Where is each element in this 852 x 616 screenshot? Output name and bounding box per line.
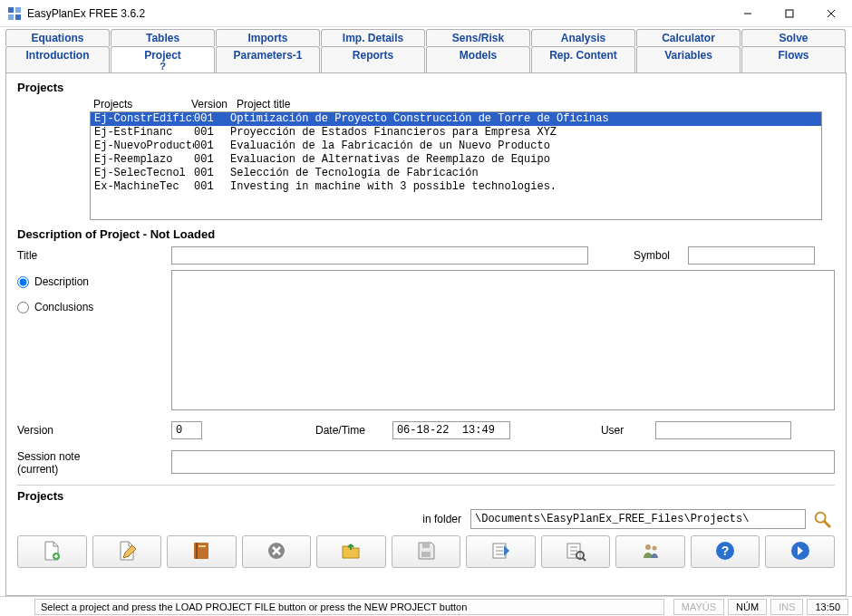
- project-version: 001: [194, 153, 230, 167]
- next-arrow-icon: [789, 540, 811, 564]
- edit-document-icon: [116, 540, 138, 564]
- svg-text:?: ?: [721, 544, 730, 558]
- tab-equations[interactable]: Equations: [5, 29, 110, 46]
- session-current-label: (current): [17, 463, 58, 476]
- projects-section-title: Projects: [17, 81, 835, 94]
- project-title: Optimización de Proyecto Construcción de…: [230, 112, 818, 126]
- version-input[interactable]: [171, 421, 202, 439]
- cancel-button[interactable]: [242, 535, 312, 568]
- svg-rect-1: [15, 7, 21, 13]
- tab-variables[interactable]: Variables: [636, 46, 741, 72]
- new-document-icon: [41, 540, 63, 564]
- title-input[interactable]: [171, 246, 588, 265]
- tab-imports[interactable]: Imports: [216, 29, 320, 46]
- help-icon: ?: [714, 540, 736, 564]
- tab-project[interactable]: Project?: [111, 46, 215, 72]
- description-textarea[interactable]: [171, 270, 835, 410]
- symbol-input[interactable]: [688, 246, 815, 265]
- browse-folder-button[interactable]: [809, 508, 835, 530]
- book-button[interactable]: [167, 535, 237, 568]
- folder-path-input[interactable]: [470, 509, 806, 529]
- user-input[interactable]: [655, 421, 791, 439]
- status-ins: INS: [770, 599, 803, 615]
- open-folder-button[interactable]: [316, 535, 386, 568]
- tab-reports[interactable]: Reports: [321, 46, 425, 72]
- project-row[interactable]: Ej-ConstrEdificio 001Optimización de Pro…: [91, 112, 821, 126]
- find-spreadsheet-icon: [565, 540, 586, 564]
- edit-document-button[interactable]: [92, 535, 162, 568]
- header-version: Version: [191, 98, 237, 111]
- svg-rect-16: [422, 544, 430, 548]
- project-title: Evaluacion de Alternativas de Reemplazo …: [230, 153, 818, 167]
- tab-introduction[interactable]: Introduction: [5, 46, 110, 72]
- users-icon: [640, 540, 662, 564]
- project-row[interactable]: Ex-MachineTec 001Investing in machine wi…: [91, 180, 821, 194]
- session-note-input[interactable]: [171, 450, 835, 474]
- svg-rect-0: [8, 7, 14, 13]
- header-project-title: Project title: [237, 98, 822, 111]
- header-projects: Projects: [93, 98, 191, 111]
- project-row[interactable]: Ej-EstFinanc 001Proyección de Estados Fi…: [91, 126, 821, 140]
- app-icon: [7, 6, 22, 21]
- minimize-button[interactable]: [727, 0, 769, 27]
- tab-strip: EquationsTablesImportsImp. DetailsSens/R…: [0, 27, 852, 72]
- radio-description[interactable]: Description: [17, 275, 171, 288]
- close-button[interactable]: [810, 0, 852, 27]
- book-icon: [190, 540, 212, 564]
- tab-flows[interactable]: Flows: [741, 46, 846, 72]
- svg-line-9: [825, 522, 830, 527]
- search-icon: [812, 509, 832, 529]
- save-icon: [415, 540, 437, 564]
- session-note-label: Session note: [17, 450, 80, 463]
- project-name: Ej-NuevoProducto: [94, 140, 194, 153]
- svg-point-21: [645, 544, 651, 550]
- tab-imp-details[interactable]: Imp. Details: [321, 29, 425, 46]
- tab-analysis[interactable]: Analysis: [531, 29, 635, 46]
- project-name: Ej-EstFinanc: [94, 126, 194, 140]
- save-button[interactable]: [392, 535, 461, 568]
- project-version: 001: [194, 126, 230, 140]
- tab-rep-content[interactable]: Rep. Content: [531, 46, 635, 72]
- export-spreadsheet-button[interactable]: [466, 535, 536, 568]
- project-title: Evaluación de la Fabricación de un Nuevo…: [230, 140, 818, 153]
- tab-calculator[interactable]: Calculator: [636, 29, 741, 46]
- radio-description-input[interactable]: [17, 276, 29, 288]
- project-title: Selección de Tecnología de Fabricación: [230, 167, 818, 180]
- cancel-icon: [266, 540, 287, 564]
- svg-rect-15: [421, 552, 431, 557]
- tab-parameters-1[interactable]: Parameters-1: [216, 46, 320, 72]
- bottom-toolbar: ?: [17, 535, 835, 568]
- window-title: EasyPlanEx FREE 3.6.2: [27, 7, 145, 20]
- tab-models[interactable]: Models: [426, 46, 530, 72]
- tab-solve[interactable]: Solve: [741, 29, 846, 46]
- project-row[interactable]: Ej-SelecTecnol 001Selección de Tecnologí…: [91, 167, 821, 180]
- symbol-label: Symbol: [634, 249, 688, 262]
- svg-point-22: [652, 545, 656, 550]
- titlebar: EasyPlanEx FREE 3.6.2: [0, 0, 852, 27]
- projects-listbox[interactable]: Ej-ConstrEdificio 001Optimización de Pro…: [90, 111, 822, 220]
- project-title: Investing in machine with 3 possible tec…: [230, 180, 818, 194]
- help-button[interactable]: ?: [691, 535, 760, 568]
- status-num: NÚM: [728, 599, 767, 615]
- project-row[interactable]: Ej-Reemplazo 001Evaluacion de Alternativ…: [91, 153, 821, 167]
- datetime-label: Date/Time: [315, 424, 365, 437]
- project-name: Ej-Reemplazo: [94, 153, 194, 167]
- project-row[interactable]: Ej-NuevoProducto 001Evaluación de la Fab…: [91, 140, 821, 153]
- find-spreadsheet-button[interactable]: [541, 535, 611, 568]
- tab-sens-risk[interactable]: Sens/Risk: [426, 29, 530, 46]
- maximize-button[interactable]: [769, 0, 810, 27]
- statusbar: Select a project and press the LOAD PROJ…: [0, 596, 852, 616]
- next-arrow-button[interactable]: [765, 535, 835, 568]
- svg-rect-3: [15, 14, 21, 20]
- datetime-input[interactable]: [392, 421, 510, 439]
- radio-conclusions-input[interactable]: [17, 302, 29, 313]
- radio-conclusions[interactable]: Conclusions: [17, 301, 171, 313]
- tab-tables[interactable]: Tables: [111, 29, 215, 46]
- projects-folder-title: Projects: [17, 489, 835, 503]
- svg-line-20: [583, 558, 586, 561]
- users-button[interactable]: [615, 535, 685, 568]
- version-label: Version: [17, 424, 171, 437]
- new-document-button[interactable]: [17, 535, 87, 568]
- content-panel: Projects Projects Version Project title …: [5, 72, 847, 596]
- project-version: 001: [194, 180, 230, 194]
